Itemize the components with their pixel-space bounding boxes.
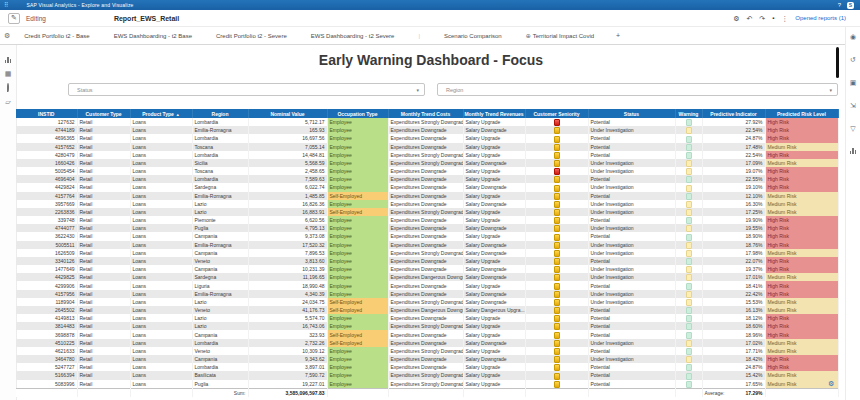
- warning-cell[interactable]: [675, 216, 702, 224]
- trend-costs-cell[interactable]: Expenditures Downgrade: [388, 167, 463, 175]
- customer-type-cell[interactable]: Retail: [77, 167, 130, 175]
- table-row[interactable]: 339748RetailLoansPiemonte6,620.56Employe…: [16, 216, 838, 224]
- risk-level-cell[interactable]: High Risk: [765, 134, 838, 142]
- customer-seniority-cell[interactable]: [525, 151, 588, 159]
- table-row[interactable]: 5083996RetailLoansPuglia19,227.01Employe…: [16, 380, 838, 389]
- column-header-customer-seniority[interactable]: Customer Seniority: [525, 109, 588, 118]
- risk-level-cell[interactable]: High Risk: [765, 281, 838, 289]
- warning-cell[interactable]: [675, 151, 702, 159]
- table-row[interactable]: 3340126RetailLoansVeneto3,813.60Employee…: [16, 257, 838, 265]
- customer-type-cell[interactable]: Retail: [77, 200, 130, 208]
- settings-gear-icon[interactable]: ⚙: [733, 15, 739, 22]
- customer-seniority-cell[interactable]: [525, 224, 588, 232]
- region-cell[interactable]: Lombardia: [192, 134, 248, 142]
- instid-cell[interactable]: 4621633: [16, 347, 77, 355]
- occupation-type-cell[interactable]: Self-Employed: [327, 208, 388, 216]
- predictive-indicator-cell[interactable]: 15.42%: [702, 371, 765, 379]
- warning-cell[interactable]: [675, 192, 702, 200]
- instid-cell[interactable]: 4280479: [16, 151, 77, 159]
- customer-seniority-cell[interactable]: [525, 290, 588, 298]
- customer-seniority-cell[interactable]: [525, 380, 588, 389]
- occupation-type-cell[interactable]: Self-Employed: [327, 192, 388, 200]
- region-cell[interactable]: Lazio: [192, 208, 248, 216]
- product-type-cell[interactable]: Loans: [130, 322, 192, 330]
- predictive-indicator-cell[interactable]: 16.30%: [702, 200, 765, 208]
- customer-type-cell[interactable]: Retail: [77, 347, 130, 355]
- predictive-indicator-cell[interactable]: 18.90%: [702, 232, 765, 240]
- occupation-type-cell[interactable]: Employee: [327, 322, 388, 330]
- trend-costs-cell[interactable]: Expenditures Downgrade: [388, 192, 463, 200]
- customer-seniority-cell[interactable]: [525, 167, 588, 175]
- redo-icon[interactable]: ↷: [759, 15, 765, 22]
- status-cell[interactable]: Potential: [588, 151, 675, 159]
- table-row[interactable]: 4299906RetailLoansLiguria18,990.48Employ…: [16, 281, 838, 289]
- region-cell[interactable]: Toscana: [192, 143, 248, 151]
- product-type-cell[interactable]: Loans: [130, 281, 192, 289]
- trend-costs-cell[interactable]: Expenditures Downgrade: [388, 175, 463, 183]
- warning-cell[interactable]: [675, 322, 702, 330]
- warning-cell[interactable]: [675, 175, 702, 183]
- risk-level-cell[interactable]: Medium Risk: [765, 339, 838, 347]
- customer-seniority-cell[interactable]: [525, 347, 588, 355]
- warning-cell[interactable]: [675, 232, 702, 240]
- nominal-value-cell[interactable]: 14,484.81: [248, 151, 327, 159]
- trend-costs-cell[interactable]: Expenditures Downgrade: [388, 134, 463, 142]
- table-row[interactable]: 4280479RetailLoansLombardia14,484.81Empl…: [16, 151, 838, 159]
- edit-mode-label[interactable]: Editing: [26, 15, 46, 22]
- product-type-cell[interactable]: Loans: [130, 330, 192, 338]
- occupation-type-cell[interactable]: Employee: [327, 249, 388, 257]
- occupation-type-cell[interactable]: Employee: [327, 380, 388, 389]
- region-cell[interactable]: Emilia-Romagna: [192, 290, 248, 298]
- risk-level-cell[interactable]: Medium Risk: [765, 298, 838, 306]
- customer-seniority-cell[interactable]: [525, 159, 588, 167]
- nominal-value-cell[interactable]: 16,743.06: [248, 322, 327, 330]
- occupation-type-cell[interactable]: Employee: [327, 200, 388, 208]
- predictive-indicator-cell[interactable]: 22.07%: [702, 257, 765, 265]
- status-cell[interactable]: Under Investigation: [588, 290, 675, 298]
- warning-cell[interactable]: [675, 208, 702, 216]
- instid-cell[interactable]: 4696404: [16, 175, 77, 183]
- user-avatar[interactable]: S: [847, 2, 854, 9]
- occupation-type-cell[interactable]: Self-Employed: [327, 298, 388, 306]
- product-type-cell[interactable]: Loans: [130, 134, 192, 142]
- occupation-type-cell[interactable]: Employee: [327, 143, 388, 151]
- trend-costs-cell[interactable]: Expenditures Downgrade: [388, 330, 463, 338]
- lightbulb-icon[interactable]: ◉: [850, 33, 856, 40]
- risk-level-cell[interactable]: High Risk: [765, 241, 838, 249]
- tab-scenario-comparison[interactable]: Scenario Comparison: [444, 33, 502, 39]
- trend-costs-cell[interactable]: Expenditures Downgrade: [388, 241, 463, 249]
- trend-revenues-cell[interactable]: Salary Upgrade: [463, 232, 525, 240]
- predictive-indicator-cell[interactable]: 22.54%: [702, 126, 765, 134]
- customer-type-cell[interactable]: Retail: [77, 232, 130, 240]
- trend-costs-cell[interactable]: Expenditures Strongly Downgrade: [388, 159, 463, 167]
- occupation-type-cell[interactable]: Employee: [327, 224, 388, 232]
- occupation-type-cell[interactable]: Self-Employed: [327, 339, 388, 347]
- instid-cell[interactable]: 4299906: [16, 281, 77, 289]
- customer-type-cell[interactable]: Retail: [77, 363, 130, 371]
- instid-cell[interactable]: 4149813: [16, 314, 77, 322]
- customer-seniority-cell[interactable]: [525, 208, 588, 216]
- region-filter-dropdown[interactable]: Region ▾: [437, 83, 838, 96]
- region-cell[interactable]: Campania: [192, 265, 248, 273]
- risk-level-cell[interactable]: High Risk: [765, 126, 838, 134]
- nominal-value-cell[interactable]: 18,990.48: [248, 281, 327, 289]
- undo-icon[interactable]: ↶: [746, 15, 752, 22]
- trend-costs-cell[interactable]: Expenditures Dangerous Downgrade: [388, 306, 463, 314]
- instid-cell[interactable]: 5083996: [16, 380, 77, 389]
- instid-cell[interactable]: 3814483: [16, 322, 77, 330]
- tab-credit-portfolio-t2-base[interactable]: Credit Portfolio t2 - Base: [24, 33, 89, 39]
- occupation-type-cell[interactable]: Employee: [327, 355, 388, 363]
- risk-level-cell[interactable]: High Risk: [765, 355, 838, 363]
- status-cell[interactable]: Potential: [588, 143, 675, 151]
- nominal-value-cell[interactable]: 3,897.01: [248, 363, 327, 371]
- instid-cell[interactable]: 2263836: [16, 208, 77, 216]
- customer-type-cell[interactable]: Retail: [77, 265, 130, 273]
- customer-type-cell[interactable]: Retail: [77, 183, 130, 191]
- status-cell[interactable]: Potential: [588, 216, 675, 224]
- customer-seniority-cell[interactable]: [525, 265, 588, 273]
- customer-type-cell[interactable]: Retail: [77, 330, 130, 338]
- trend-revenues-cell[interactable]: Salary Upgrade: [463, 314, 525, 322]
- nominal-value-cell[interactable]: 7,590.72: [248, 371, 327, 379]
- region-cell[interactable]: Campania: [192, 330, 248, 338]
- warning-cell[interactable]: [675, 273, 702, 281]
